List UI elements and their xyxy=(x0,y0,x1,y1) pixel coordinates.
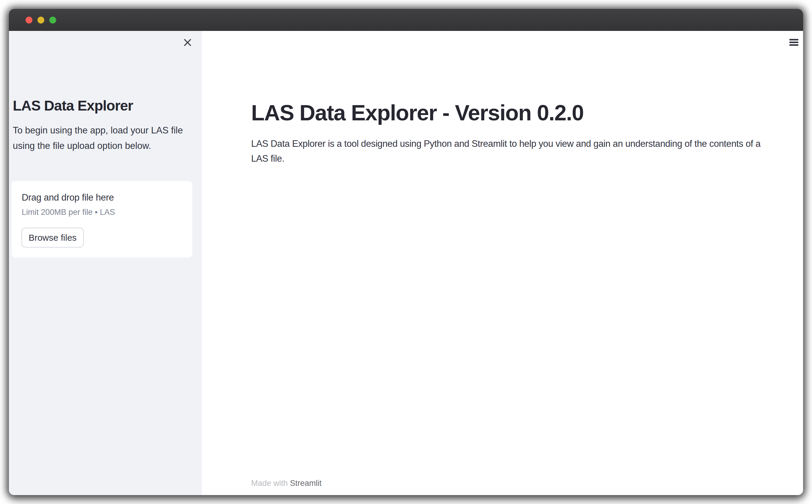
streamlit-link[interactable]: Streamlit xyxy=(290,479,322,488)
sidebar-title: LAS Data Explorer xyxy=(13,97,133,114)
minimize-window-button[interactable] xyxy=(37,17,44,23)
hamburger-icon xyxy=(789,39,798,46)
uploader-instruction: Drag and drop file here xyxy=(22,192,182,204)
page-description: LAS Data Explorer is a tool designed usi… xyxy=(251,136,761,166)
browse-files-button[interactable]: Browse files xyxy=(21,228,84,248)
sidebar: LAS Data Explorer To begin using the app… xyxy=(9,31,202,495)
close-window-button[interactable] xyxy=(26,17,32,23)
screenshot-canvas: LAS Data Explorer To begin using the app… xyxy=(0,0,812,504)
close-icon xyxy=(184,39,191,46)
page-title: LAS Data Explorer - Version 0.2.0 xyxy=(251,100,584,125)
main-content: LAS Data Explorer - Version 0.2.0 LAS Da… xyxy=(202,31,803,495)
uploader-limit-caption: Limit 200MB per file • LAS xyxy=(22,207,182,217)
app-content: LAS Data Explorer To begin using the app… xyxy=(9,31,803,495)
sidebar-intro-text: To begin using the app, load your LAS fi… xyxy=(13,123,183,154)
made-with-text: Made with xyxy=(251,479,290,488)
app-menu-button[interactable] xyxy=(787,36,801,48)
zoom-window-button[interactable] xyxy=(49,17,56,23)
file-uploader-dropzone[interactable]: Drag and drop file here Limit 200MB per … xyxy=(12,181,192,257)
sidebar-close-button[interactable] xyxy=(182,37,193,48)
footer: Made with Streamlit xyxy=(251,478,322,488)
window-titlebar[interactable] xyxy=(9,9,803,31)
app-window: LAS Data Explorer To begin using the app… xyxy=(9,9,803,495)
